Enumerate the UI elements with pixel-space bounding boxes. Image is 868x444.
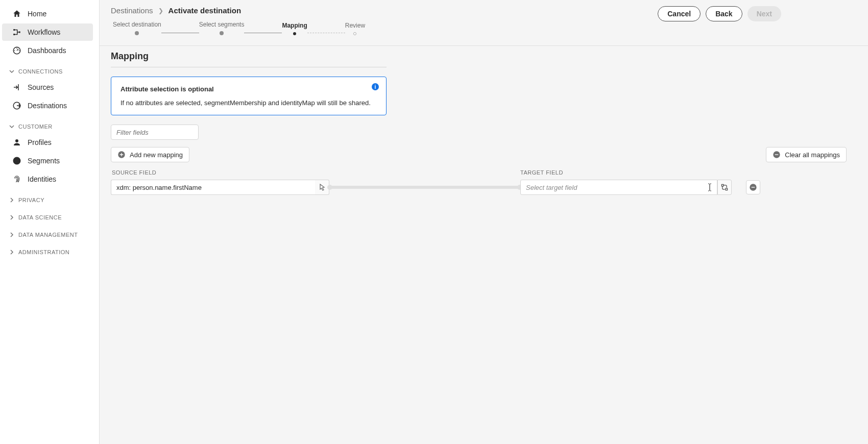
step-dot (135, 31, 139, 35)
clear-all-label: Clear all mappings (785, 151, 840, 159)
text-cursor-icon (708, 183, 712, 191)
nav-label: Workflows (28, 28, 60, 36)
nav-label: Identities (28, 175, 56, 183)
divider (111, 67, 387, 67)
nav-group-label: DATA SCIENCE (18, 214, 62, 220)
back-button[interactable]: Back (706, 6, 742, 21)
profile-icon (12, 138, 21, 147)
step-connector (307, 33, 345, 33)
filter-input[interactable] (111, 125, 199, 140)
next-button: Next (748, 6, 781, 21)
chevron-right-icon (9, 215, 14, 220)
step-select-destination[interactable]: Select destination (113, 21, 161, 35)
nav-label: Home (28, 10, 46, 18)
mapping-icon (721, 184, 728, 191)
chevron-down-icon (9, 69, 14, 74)
source-field-input[interactable]: xdm: person.name.firstName (111, 180, 315, 195)
add-mapping-button[interactable]: Add new mapping (111, 147, 189, 162)
nav-group-privacy[interactable]: PRIVACY (0, 189, 95, 206)
step-label: Review (345, 22, 365, 29)
step-label: Select destination (113, 21, 161, 28)
nav-label: Profiles (28, 138, 52, 146)
step-dot (353, 32, 356, 35)
stepper: Select destination Select segments Mappi… (111, 21, 376, 42)
section-title: Mapping (111, 51, 857, 62)
info-icon: i (372, 83, 379, 90)
dashboard-icon (12, 46, 21, 55)
info-box: i Attribute selection is optional If no … (111, 77, 387, 115)
nav-dashboards[interactable]: Dashboards (2, 42, 93, 59)
pointer-icon (319, 184, 325, 191)
breadcrumb: Destinations ❯ Activate destination (111, 6, 376, 15)
clear-all-button[interactable]: Clear all mappings (766, 147, 847, 162)
sources-icon (12, 83, 21, 92)
nav-profiles[interactable]: Profiles (2, 134, 93, 151)
target-field-input[interactable]: Select target field (520, 180, 717, 195)
nav-label: Dashboards (28, 46, 66, 55)
source-field-value: xdm: person.name.firstName (116, 184, 202, 191)
nav-group-connections[interactable]: CONNECTIONS (0, 60, 95, 78)
step-connector (244, 33, 282, 33)
nav-group-label: CONNECTIONS (18, 68, 63, 75)
workflow-icon (12, 28, 21, 37)
nav-group-customer[interactable]: CUSTOMER (0, 115, 95, 133)
nav-group-label: ADMINISTRATION (18, 249, 69, 255)
sidebar: Home Workflows Dashboards CONNECTIONS So… (0, 0, 100, 444)
chevron-right-icon (9, 198, 14, 203)
info-body: If no attributes are selected, segmentMe… (120, 99, 377, 107)
step-select-segments[interactable]: Select segments (199, 21, 245, 35)
svg-rect-1 (13, 34, 15, 35)
svg-point-5 (15, 139, 18, 142)
remove-mapping-button[interactable] (746, 180, 760, 194)
nav-group-label: CUSTOMER (18, 124, 53, 130)
nav-group-label: DATA MANAGEMENT (18, 232, 78, 238)
nav-destinations[interactable]: Destinations (2, 97, 93, 114)
column-target: TARGET FIELD (520, 169, 725, 176)
segments-icon (12, 156, 21, 165)
destinations-icon (12, 101, 21, 110)
nav-segments[interactable]: Segments (2, 152, 93, 169)
nav-group-administration[interactable]: ADMINISTRATION (0, 241, 95, 258)
step-dot (293, 32, 296, 35)
step-label: Select segments (199, 21, 245, 28)
step-mapping[interactable]: Mapping (282, 22, 307, 35)
chevron-right-icon (9, 232, 14, 237)
svg-rect-2 (19, 32, 20, 33)
main: Destinations ❯ Activate destination Sele… (100, 0, 868, 444)
step-review[interactable]: Review (345, 22, 365, 35)
add-mapping-label: Add new mapping (130, 151, 183, 159)
column-source: SOURCE FIELD (111, 169, 520, 176)
nav-label: Sources (28, 83, 54, 91)
nav-group-data-management[interactable]: DATA MANAGEMENT (0, 224, 95, 241)
plus-circle-icon (117, 151, 126, 159)
chevron-right-icon (9, 250, 14, 255)
nav-label: Segments (28, 157, 60, 165)
nav-home[interactable]: Home (2, 5, 93, 22)
step-dot (220, 31, 224, 35)
chevron-right-icon: ❯ (158, 7, 163, 14)
minus-circle-icon (773, 151, 781, 159)
svg-rect-0 (13, 29, 15, 31)
breadcrumb-root[interactable]: Destinations (111, 6, 153, 15)
target-placeholder: Select target field (526, 184, 577, 191)
breadcrumb-current: Activate destination (168, 6, 242, 15)
cancel-button[interactable]: Cancel (658, 6, 701, 21)
chevron-down-icon (9, 124, 14, 129)
svg-rect-9 (726, 188, 728, 190)
step-connector (161, 33, 199, 33)
nav-workflows[interactable]: Workflows (2, 23, 93, 41)
nav-group-label: PRIVACY (18, 197, 44, 203)
nav-sources[interactable]: Sources (2, 79, 93, 96)
svg-rect-8 (721, 184, 724, 186)
target-field-picker[interactable] (717, 180, 732, 195)
mapping-row: xdm: person.name.firstName Select target… (111, 180, 857, 195)
fingerprint-icon (12, 175, 21, 184)
mapping-connector (329, 186, 520, 189)
nav-label: Destinations (28, 102, 67, 110)
nav-group-data-science[interactable]: DATA SCIENCE (0, 206, 95, 224)
nav-identities[interactable]: Identities (2, 170, 93, 188)
home-icon (12, 9, 21, 18)
info-title: Attribute selection is optional (120, 85, 377, 93)
step-label: Mapping (282, 22, 307, 29)
minus-circle-icon (749, 183, 757, 191)
